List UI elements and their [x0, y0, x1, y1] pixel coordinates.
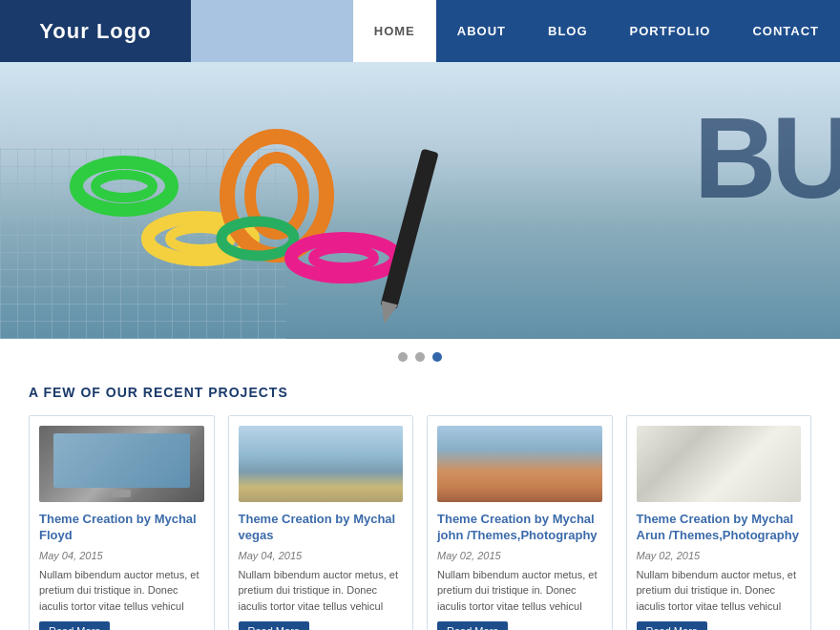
nav-item-contact[interactable]: CONTACT	[731, 0, 840, 62]
dot-3[interactable]	[432, 352, 442, 362]
computer-image	[39, 426, 204, 502]
projects-grid: Theme Creation by Mychal Floyd May 04, 2…	[29, 415, 811, 630]
project-card-3: Theme Creation by Mychal john /Themes,Ph…	[427, 415, 613, 630]
read-more-btn-2[interactable]: Read More	[239, 621, 309, 630]
project-desc-1: Nullam bibendum auctor metus, et pretium…	[39, 567, 204, 615]
svg-point-8	[313, 248, 374, 267]
read-more-btn-4[interactable]: Read More	[637, 621, 707, 630]
svg-point-1	[95, 175, 153, 198]
project-date-1: May 04, 2015	[39, 550, 204, 561]
paperclips-svg	[48, 91, 525, 329]
project-card-2: Theme Creation by Mychal vegas May 04, 2…	[228, 415, 414, 630]
project-card-1: Theme Creation by Mychal Floyd May 04, 2…	[29, 415, 215, 630]
dot-1[interactable]	[398, 352, 408, 362]
hero-text-overlay: BU	[694, 100, 840, 215]
nav-item-blog[interactable]: BLOG	[527, 0, 609, 62]
city-image	[239, 426, 404, 502]
project-title-3: Theme Creation by Mychal john /Themes,Ph…	[437, 512, 602, 544]
logo-text: Your Logo	[39, 19, 151, 44]
navigation: HOME ABOUT BLOG PORTFOLIO CONTACT	[191, 0, 840, 62]
project-img-4	[637, 426, 802, 502]
logo: Your Logo	[0, 0, 191, 62]
projects-section-title: A FEW OF OUR RECENT PROJECTS	[29, 385, 811, 400]
project-date-4: May 02, 2015	[637, 550, 802, 561]
project-desc-2: Nullam bibendum auctor metus, et pretium…	[239, 567, 404, 615]
projects-section: A FEW OF OUR RECENT PROJECTS Theme Creat…	[0, 375, 840, 630]
svg-marker-10	[376, 301, 398, 326]
nav-item-home[interactable]: HOME	[353, 0, 436, 62]
nav-item-about[interactable]: ABOUT	[436, 0, 527, 62]
project-title-1: Theme Creation by Mychal Floyd	[39, 512, 204, 544]
project-desc-3: Nullam bibendum auctor metus, et pretium…	[437, 567, 602, 615]
project-date-3: May 02, 2015	[437, 550, 602, 561]
office-image	[637, 426, 802, 502]
project-card-4: Theme Creation by Mychal Arun /Themes,Ph…	[626, 415, 812, 630]
hero-slider: BU	[0, 62, 840, 339]
project-date-2: May 04, 2015	[239, 550, 404, 561]
project-title-2: Theme Creation by Mychal vegas	[239, 512, 404, 544]
project-img-3	[437, 426, 602, 502]
read-more-btn-1[interactable]: Read More	[39, 621, 110, 630]
dot-2[interactable]	[415, 352, 425, 362]
project-img-1	[39, 426, 204, 502]
hero-paperclips	[48, 91, 525, 329]
slider-dots	[0, 339, 840, 375]
svg-rect-9	[380, 149, 438, 310]
nav-item-portfolio[interactable]: PORTFOLIO	[609, 0, 732, 62]
read-more-btn-3[interactable]: Read More	[437, 621, 508, 630]
project-img-2	[239, 426, 404, 502]
nyc-image	[437, 426, 602, 502]
project-title-4: Theme Creation by Mychal Arun /Themes,Ph…	[637, 512, 802, 544]
header: Your Logo HOME ABOUT BLOG PORTFOLIO CONT…	[0, 0, 840, 62]
project-desc-4: Nullam bibendum auctor metus, et pretium…	[637, 567, 802, 615]
